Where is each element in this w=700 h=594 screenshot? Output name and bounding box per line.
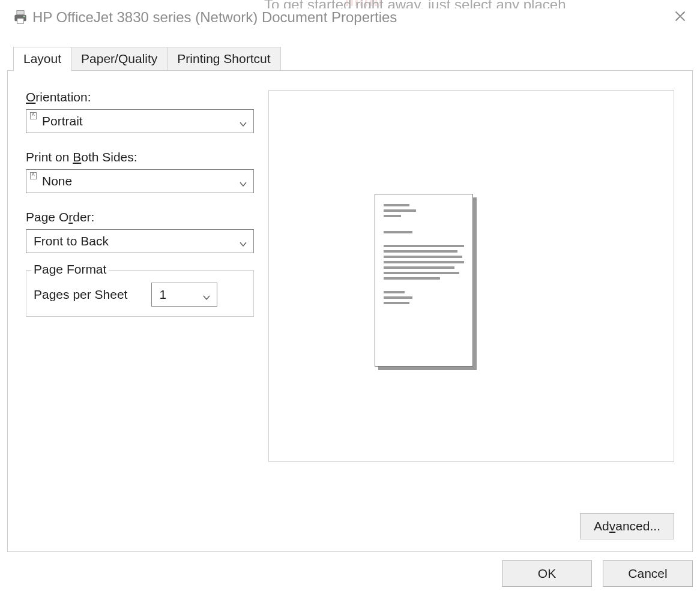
svg-point-3 [23,16,25,17]
page-order-select[interactable]: Front to Back [26,229,254,253]
tab-paper-quality[interactable]: Paper/Quality [71,47,167,71]
tabstrip: Layout Paper/Quality Printing Shortcut [13,47,693,71]
page-portrait-icon [30,112,37,119]
page-icon [30,172,37,179]
background-text: To get started right away, just select a… [264,0,700,8]
both-sides-select[interactable]: None [26,169,254,193]
orientation-select[interactable]: Portrait [26,109,254,133]
cancel-button[interactable]: Cancel [603,560,693,587]
page-format-legend: Page Format [31,262,109,277]
page-order-value: Front to Back [34,234,109,248]
chevron-down-icon [239,117,247,125]
svg-rect-0 [17,11,24,15]
orientation-value: Portrait [42,114,83,128]
orientation-label: Orientation: [26,90,254,104]
preview-page [375,194,473,367]
tab-printing-shortcut[interactable]: Printing Shortcut [167,47,280,71]
advanced-button[interactable]: Advanced... [580,513,674,539]
tabpanel-layout: Orientation: Portrait Print on Both Side… [7,70,693,552]
window-title: HP OfficeJet 3830 series (Network) Docum… [32,9,666,26]
ok-button[interactable]: OK [502,560,592,587]
chevron-down-icon [239,177,247,185]
printer-icon [12,9,29,26]
both-sides-value: None [42,174,72,188]
dialog-actions: OK Cancel [502,560,693,587]
pages-per-sheet-value: 1 [159,287,166,302]
both-sides-label: Print on Both Sides: [26,150,254,164]
close-icon [674,10,686,25]
svg-rect-2 [17,19,24,24]
chevron-down-icon [239,237,247,245]
dialog-body: Layout Paper/Quality Printing Shortcut O… [7,47,693,594]
page-order-label: Page Order: [26,210,254,224]
page-format-group: Page Format Pages per Sheet 1 [26,270,254,317]
chevron-down-icon [202,290,211,299]
preview-box [268,90,674,462]
pages-per-sheet-label: Pages per Sheet [34,287,127,302]
pages-per-sheet-select[interactable]: 1 [151,283,217,307]
tab-layout[interactable]: Layout [13,47,71,71]
